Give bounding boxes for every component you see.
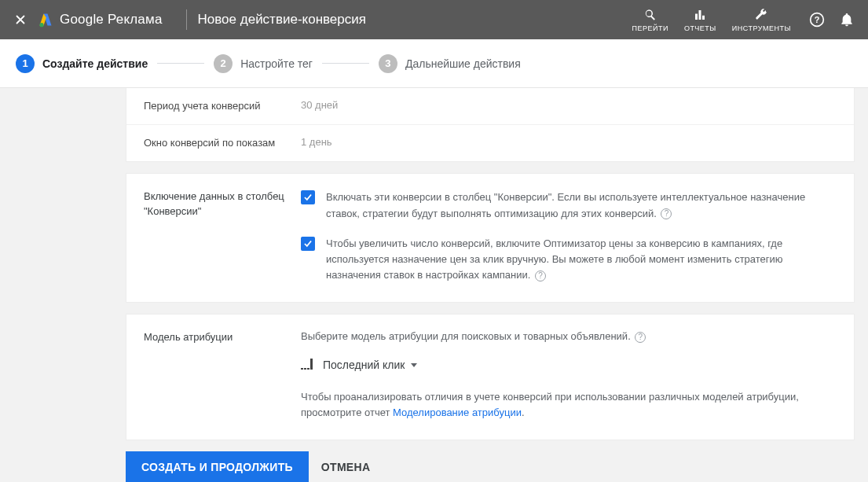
help-button[interactable]: ? (805, 8, 829, 31)
step-3: 3 Дальнейшие действия (379, 54, 521, 73)
attribution-footer: Чтобы проанализировать отличия в учете к… (301, 389, 837, 421)
checkmark-icon (302, 238, 313, 249)
checkbox-include-column[interactable] (301, 190, 315, 204)
include-option-2-text: Чтобы увеличить число конверсий, включит… (326, 236, 837, 283)
include-option-2: Чтобы увеличить число конверсий, включит… (301, 236, 837, 283)
view-window-label: Окно конверсий по показам (144, 136, 301, 150)
help-tooltip-icon[interactable]: ? (635, 332, 646, 343)
stepper-connector (322, 63, 369, 64)
app-header: Google Реклама Новое действие-конверсия … (0, 0, 868, 39)
attribution-modeling-link[interactable]: Моделирование атрибуции (393, 407, 522, 418)
step-3-label: Дальнейшие действия (405, 57, 521, 70)
chevron-down-icon (411, 363, 417, 367)
wrench-icon (754, 8, 768, 22)
view-window-value: 1 день (301, 136, 332, 150)
svg-rect-3 (695, 13, 698, 20)
attribution-label: Модель атрибуции (144, 330, 301, 421)
include-option-1: Включать эти конверсии в столбец "Конвер… (301, 189, 837, 221)
svg-rect-8 (301, 368, 303, 370)
nav-goto[interactable]: ПЕРЕЙТИ (624, 8, 676, 32)
summary-card: Период учета конверсий 30 дней Окно конв… (126, 88, 855, 162)
svg-rect-10 (307, 368, 309, 370)
svg-rect-5 (702, 15, 705, 19)
svg-rect-4 (699, 10, 701, 20)
attribution-hint: Выберите модель атрибуции для поисковых … (301, 330, 837, 343)
step-2: 2 Настройте тег (214, 54, 313, 73)
svg-text:?: ? (815, 15, 820, 24)
checkbox-enable-optimizer[interactable] (301, 237, 315, 251)
attribution-card: Модель атрибуции Выберите модель атрибуц… (126, 314, 855, 440)
header-separator (186, 9, 187, 30)
conversion-period-label: Период учета конверсий (144, 99, 301, 113)
include-option-1-text: Включать эти конверсии в столбец "Конвер… (326, 189, 837, 221)
search-icon (643, 8, 657, 22)
step-2-number: 2 (214, 54, 233, 73)
help-tooltip-icon[interactable]: ? (535, 270, 546, 281)
nav-reports-label: ОТЧЕТЫ (684, 24, 716, 32)
conversion-period-value: 30 дней (301, 99, 338, 113)
step-3-number: 3 (379, 54, 397, 73)
attribution-model-dropdown[interactable]: Последний клик (301, 359, 417, 372)
create-and-continue-button[interactable]: СОЗДАТЬ И ПРОДОЛЖИТЬ (126, 451, 309, 482)
svg-rect-9 (304, 368, 306, 370)
step-1[interactable]: 1 Создайте действие (16, 54, 148, 73)
nav-goto-label: ПЕРЕЙТИ (632, 24, 668, 32)
row-view-window[interactable]: Окно конверсий по показам 1 день (126, 124, 854, 161)
help-tooltip-icon[interactable]: ? (661, 208, 672, 219)
nav-tools-label: ИНСТРУМЕНТЫ (732, 24, 791, 32)
progress-stepper: 1 Создайте действие 2 Настройте тег 3 Да… (0, 39, 868, 88)
svg-point-2 (39, 23, 43, 27)
product-logo: Google Реклама (38, 12, 163, 28)
close-button[interactable] (9, 9, 31, 31)
bar-chart-icon (693, 8, 707, 22)
include-label: Включение данных в столбец "Конверсии" (144, 189, 301, 283)
bell-icon (839, 12, 855, 28)
ads-logo-icon (38, 12, 53, 28)
stepper-connector (157, 63, 204, 64)
last-click-icon (301, 359, 317, 372)
include-in-conversions-card: Включение данных в столбец "Конверсии" В… (126, 173, 855, 303)
nav-tools[interactable]: ИНСТРУМЕНТЫ (724, 8, 799, 32)
help-icon: ? (809, 12, 825, 28)
product-name: Google Реклама (60, 12, 163, 28)
cancel-button[interactable]: ОТМЕНА (321, 461, 370, 473)
step-1-label: Создайте действие (42, 57, 148, 70)
form-actions: СОЗДАТЬ И ПРОДОЛЖИТЬ ОТМЕНА (126, 451, 868, 482)
notifications-button[interactable] (835, 8, 859, 31)
nav-reports[interactable]: ОТЧЕТЫ (676, 8, 724, 32)
step-1-number: 1 (16, 54, 35, 73)
svg-rect-11 (310, 359, 313, 370)
row-conversion-period[interactable]: Период учета конверсий 30 дней (126, 88, 854, 124)
attribution-selected-value: Последний клик (323, 359, 405, 371)
checkmark-icon (302, 192, 313, 203)
step-2-label: Настройте тег (240, 57, 313, 70)
page-title: Новое действие-конверсия (198, 12, 366, 28)
